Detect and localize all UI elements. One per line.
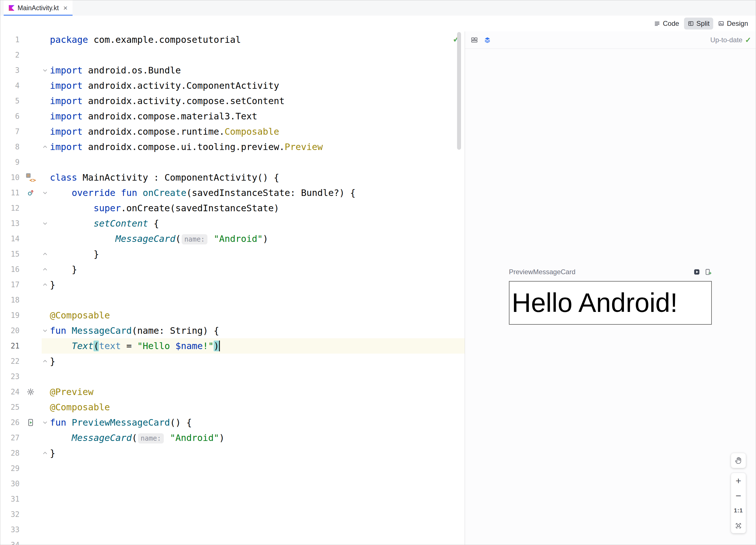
code-line[interactable]: 3import android.os.Bundle	[0, 63, 465, 78]
line-number: 5	[0, 93, 20, 109]
code-line[interactable]: 14 MessageCard(name: "Android")	[0, 231, 465, 246]
code-line[interactable]: 25@Composable	[0, 400, 465, 415]
run-preview-icon[interactable]	[27, 419, 35, 427]
related-files-icon[interactable]: <>	[26, 173, 35, 182]
gutter-icon-slot[interactable]	[24, 384, 38, 400]
code-line[interactable]: 17}	[0, 277, 465, 293]
gutter-icon-slot[interactable]	[24, 415, 38, 430]
code-line[interactable]: 23	[0, 369, 465, 384]
code-view-icon	[654, 20, 660, 27]
fold-marker-icon[interactable]	[41, 139, 49, 154]
fold-marker-icon[interactable]	[41, 63, 49, 78]
fold-marker-icon[interactable]	[41, 446, 49, 461]
line-number: 27	[0, 430, 20, 446]
code-line[interactable]: 11 override fun onCreate(savedInstanceSt…	[0, 185, 465, 200]
preview-label-row: PreviewMessageCard	[509, 266, 712, 278]
code-view-button[interactable]: Code	[650, 18, 683, 29]
code-line-text: }	[50, 354, 55, 369]
code-line[interactable]: 16 }	[0, 262, 465, 277]
code-line[interactable]: 27 MessageCard(name: "Android")	[0, 430, 465, 446]
android-studio-split-editor: MainActivity.kt × Code Split Design 1pac…	[0, 0, 756, 545]
zoom-to-fit-button[interactable]	[731, 519, 746, 533]
code-line[interactable]: 26fun PreviewMessageCard() {	[0, 415, 465, 430]
code-line[interactable]: 34	[0, 537, 465, 545]
design-view-button[interactable]: Design	[714, 18, 752, 29]
code-line[interactable]: 4import androidx.activity.ComponentActiv…	[0, 78, 465, 93]
code-line-text: @Composable	[50, 308, 110, 323]
code-line[interactable]: 22}	[0, 354, 465, 369]
close-tab-icon[interactable]: ×	[63, 5, 67, 11]
code-line-text: Text(text = "Hello $name!")	[50, 338, 220, 354]
hand-icon	[734, 457, 742, 465]
gutter-icon-slot[interactable]	[24, 185, 38, 200]
code-line[interactable]: 8import androidx.compose.ui.tooling.prev…	[0, 139, 465, 154]
code-line[interactable]: 31	[0, 491, 465, 507]
fold-marker-icon[interactable]	[41, 323, 49, 338]
code-line-text: MessageCard(name: "Android")	[50, 231, 268, 246]
code-line[interactable]: 24@Preview	[0, 384, 465, 400]
line-number: 8	[0, 139, 20, 154]
line-number: 32	[0, 507, 20, 522]
code-line[interactable]: 13 setContent {	[0, 216, 465, 231]
code-line[interactable]: 19@Composable	[0, 308, 465, 323]
line-number: 17	[0, 277, 20, 293]
code-line[interactable]: 9	[0, 154, 465, 170]
code-line[interactable]: 5import androidx.activity.compose.setCon…	[0, 93, 465, 109]
line-number: 4	[0, 78, 20, 93]
code-line[interactable]: 12 super.onCreate(savedInstanceState)	[0, 200, 465, 216]
interactive-mode-icon[interactable]	[693, 268, 700, 276]
code-line[interactable]: 1package com.example.composetutorial	[0, 32, 465, 47]
grid-mode-icon[interactable]	[471, 36, 478, 44]
code-line[interactable]: 10<>class MainActivity : ComponentActivi…	[0, 170, 465, 185]
fold-marker-icon[interactable]	[41, 262, 49, 277]
fold-marker-icon[interactable]	[41, 246, 49, 262]
line-number: 29	[0, 461, 20, 476]
fold-marker-icon[interactable]	[41, 415, 49, 430]
line-number: 19	[0, 308, 20, 323]
editor-tab-bar: MainActivity.kt ×	[0, 0, 756, 16]
zoom-in-button[interactable]: +	[731, 474, 746, 488]
line-number: 33	[0, 522, 20, 537]
code-line[interactable]: 7import androidx.compose.runtime.Composa…	[0, 124, 465, 139]
line-number: 14	[0, 231, 20, 246]
design-view-label: Design	[727, 20, 748, 27]
code-line[interactable]: 20fun MessageCard(name: String) {	[0, 323, 465, 338]
preview-status: Up-to-date ✓	[710, 31, 751, 48]
code-line[interactable]: 29	[0, 461, 465, 476]
fold-marker-icon[interactable]	[41, 277, 49, 293]
gear-icon[interactable]	[27, 388, 35, 396]
line-number: 30	[0, 476, 20, 491]
zoom-actual-size-button[interactable]: 1:1	[731, 504, 746, 518]
code-line[interactable]: 32	[0, 507, 465, 522]
fold-marker-icon[interactable]	[41, 354, 49, 369]
layers-icon[interactable]	[484, 36, 491, 44]
overrides-icon[interactable]	[27, 189, 34, 196]
code-line[interactable]: 28}	[0, 446, 465, 461]
zoom-out-button[interactable]: −	[731, 489, 746, 503]
code-line[interactable]: 30	[0, 476, 465, 491]
line-number: 3	[0, 63, 20, 78]
code-line[interactable]: 33	[0, 522, 465, 537]
fold-marker-icon[interactable]	[41, 216, 49, 231]
line-number: 15	[0, 246, 20, 262]
preview-action-icons	[693, 268, 712, 276]
run-on-device-icon[interactable]	[704, 268, 712, 276]
editor-scrollbar[interactable]	[457, 32, 461, 150]
code-line[interactable]: 15 }	[0, 246, 465, 262]
pan-tool-button[interactable]	[731, 453, 746, 468]
split-view-button[interactable]: Split	[684, 18, 713, 29]
line-number: 34	[0, 537, 20, 545]
editor-mode-toolbar: Code Split Design	[0, 16, 756, 32]
fold-marker-icon[interactable]	[41, 185, 49, 200]
code-line-text: fun MessageCard(name: String) {	[50, 323, 219, 338]
code-line-text: }	[50, 446, 55, 461]
code-line[interactable]: 21 Text(text = "Hello $name!")	[0, 338, 465, 354]
line-number: 26	[0, 415, 20, 430]
code-line[interactable]: 18	[0, 293, 465, 308]
tab-mainactivity[interactable]: MainActivity.kt ×	[4, 0, 73, 16]
code-line[interactable]: 2	[0, 47, 465, 63]
code-line[interactable]: 6import androidx.compose.material3.Text	[0, 109, 465, 124]
gutter-icon-slot[interactable]: <>	[24, 170, 38, 185]
line-number: 11	[0, 185, 20, 200]
code-editor[interactable]: 1package com.example.composetutorial23im…	[0, 31, 465, 545]
